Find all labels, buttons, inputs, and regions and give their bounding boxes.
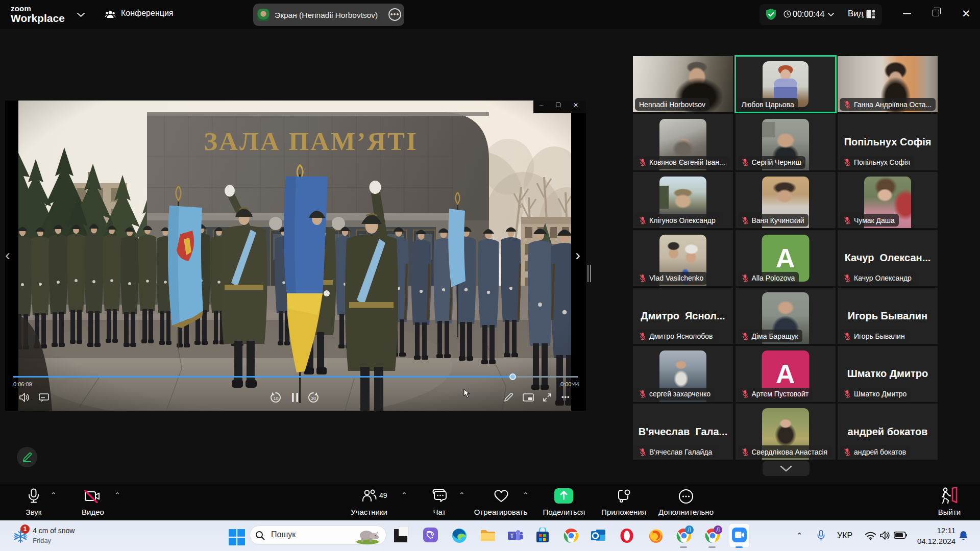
svg-text:T: T [510,533,513,539]
svg-text:30: 30 [311,396,316,401]
svg-text:10: 10 [273,396,278,401]
